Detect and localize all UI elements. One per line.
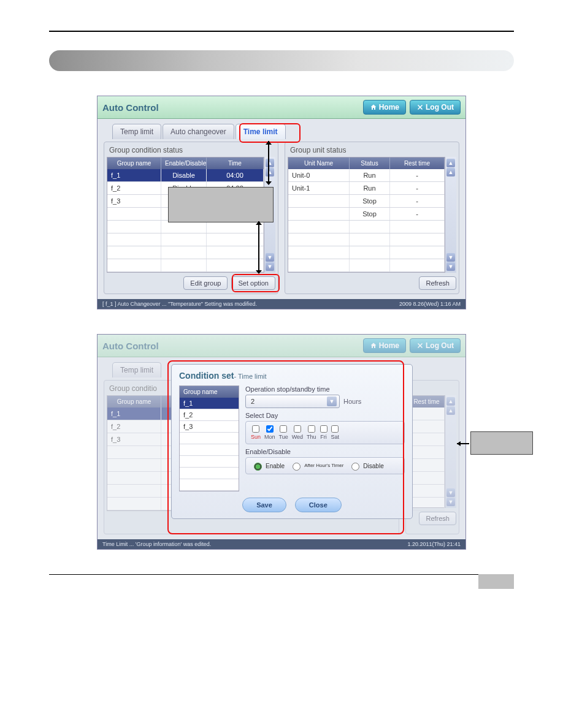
status-bar: Time Limit ... 'Group information' was e… [98, 539, 465, 549]
radio-after-hours[interactable]: After Hour's Timer [289, 461, 343, 471]
table-row[interactable]: f_1Disable04:00 [107, 169, 264, 182]
col-rest-time: Rest time [390, 157, 445, 169]
logout-label: Log Out [426, 103, 454, 112]
app-title: Auto Control [102, 102, 359, 113]
tab-auto-changeover[interactable]: Auto changeover [163, 124, 234, 139]
close-icon [416, 104, 424, 111]
scroll-bottom-icon[interactable]: ▼ [446, 262, 455, 271]
home-label: Home [379, 103, 399, 112]
table-row[interactable] [288, 259, 445, 272]
refresh-button[interactable]: Refresh [419, 512, 456, 525]
day-wed[interactable]: Wed [292, 425, 303, 440]
logout-button[interactable]: Log Out [410, 338, 461, 353]
dialog-group-col: Group name [180, 386, 239, 398]
day-selector: Sun Mon Tue Wed Thu Fri Sat [245, 421, 405, 444]
operation-time-value: 2 [251, 398, 255, 405]
list-item[interactable] [180, 479, 239, 491]
operation-time-unit: Hours [343, 398, 361, 405]
table-row[interactable]: Stop- [288, 208, 445, 221]
table-row[interactable] [288, 246, 445, 259]
scroll-top-icon[interactable]: ▲ [446, 159, 455, 167]
save-button[interactable]: Save [242, 498, 286, 512]
enable-disable-label: Enable/Disable [245, 448, 405, 455]
set-option-button[interactable]: Set option [231, 276, 275, 290]
day-fri[interactable]: Fri [320, 425, 327, 440]
list-item[interactable] [180, 444, 239, 456]
scroll-top-icon[interactable]: ▲ [266, 159, 274, 167]
list-item[interactable] [180, 468, 239, 479]
col-time: Time [207, 157, 264, 169]
close-button[interactable]: Close [295, 498, 342, 512]
group-unit-grid: Unit Name Status Rest time Unit-0Run- Un… [288, 157, 445, 273]
app-header: Auto Control Home Log Out [98, 96, 465, 119]
day-sun[interactable]: Sun [251, 425, 261, 440]
screenshot-1: Auto Control Home Log Out Temp limit Aut… [97, 96, 466, 309]
app-header: Auto Control Home Log Out [98, 335, 465, 357]
scrollbar[interactable]: ▲▲ ▼▼ [445, 395, 456, 508]
table-row[interactable] [107, 221, 264, 233]
scroll-bottom-icon[interactable]: ▼ [266, 262, 274, 271]
col-unit-name: Unit Name [288, 157, 350, 169]
table-row[interactable] [288, 221, 445, 233]
home-icon [370, 342, 377, 349]
chevron-down-icon: ▼ [327, 396, 337, 406]
screenshot-2: Auto Control Home Log Out Temp limit Gro… [97, 334, 466, 550]
day-mon[interactable]: Mon [264, 425, 275, 440]
list-item[interactable]: f_1 [180, 398, 239, 409]
footer-rule [49, 574, 514, 589]
group-unit-panel: Group unit status Unit Name Status Rest … [285, 142, 459, 294]
list-item[interactable]: f_2 [180, 409, 239, 421]
status-message: [ f_1 ] Auto Changeover ... "Temperature… [102, 301, 257, 307]
status-datetime: 1.20.2011(Thu) 21:41 [407, 541, 461, 547]
table-row[interactable]: Unit-1Run- [288, 182, 445, 195]
edit-group-button[interactable]: Edit group [183, 276, 228, 290]
home-button[interactable]: Home [363, 100, 406, 115]
table-row[interactable]: Stop- [288, 195, 445, 208]
page-number-box [478, 574, 514, 589]
logout-button[interactable]: Log Out [410, 100, 461, 115]
day-sat[interactable]: Sat [331, 425, 340, 440]
list-item[interactable] [180, 433, 239, 444]
radio-disable[interactable]: Disable [348, 461, 383, 471]
scrollbar[interactable]: ▲▲ ▼▼ [445, 157, 456, 273]
col-group-name: Group name [107, 157, 161, 169]
dialog-group-list: Group name f_1 f_2 f_3 [179, 385, 239, 491]
operation-time-select[interactable]: 2 ▼ [245, 395, 340, 408]
header-rule [49, 31, 514, 32]
status-bar: [ f_1 ] Auto Changeover ... "Temperature… [98, 299, 465, 309]
scroll-down-icon[interactable]: ▼ [266, 253, 274, 262]
table-row[interactable]: Unit-0Run- [288, 169, 445, 182]
table-row[interactable] [107, 233, 264, 246]
home-label: Home [379, 341, 399, 350]
home-icon [370, 104, 377, 111]
group-unit-panel-partial: Rest time ▲▲ ▼▼ [405, 380, 459, 534]
col-enable-disable: Enable/Disable [161, 157, 207, 169]
status-message: Time Limit ... 'Group information' was e… [102, 541, 211, 547]
table-row[interactable] [107, 259, 264, 272]
group-unit-title: Group unit status [288, 145, 456, 157]
table-row[interactable] [288, 233, 445, 246]
scroll-down-icon[interactable]: ▼ [446, 253, 455, 262]
home-button[interactable]: Home [363, 338, 406, 353]
logout-label: Log Out [426, 341, 454, 350]
callout-box-1 [168, 187, 274, 222]
day-thu[interactable]: Thu [307, 425, 316, 440]
tab-time-limit[interactable]: Time limit [236, 124, 286, 139]
operation-time-label: Operation stop/standby time [245, 385, 405, 393]
document-page: Auto Control Home Log Out Temp limit Aut… [0, 0, 563, 626]
list-item[interactable]: f_3 [180, 421, 239, 433]
refresh-button[interactable]: Refresh [419, 276, 456, 290]
group-condition-title: Group condition status [107, 145, 275, 157]
scroll-up-icon[interactable]: ▲ [446, 168, 455, 176]
scroll-up-icon[interactable]: ▲ [266, 168, 274, 176]
select-day-label: Select Day [245, 412, 405, 419]
tab-temp-limit[interactable]: Temp limit [112, 362, 161, 377]
day-tue[interactable]: Tue [279, 425, 288, 440]
list-item[interactable] [180, 456, 239, 468]
status-datetime: 2009 8.26(Wed) 1:16 AM [399, 301, 461, 307]
tab-temp-limit[interactable]: Temp limit [112, 124, 161, 139]
tab-strip: Temp limit Auto changeover Time limit [112, 124, 459, 139]
condition-set-dialog: Condition set- Time limit Group name f_1… [171, 364, 413, 519]
radio-enable[interactable]: Enable [251, 461, 285, 471]
table-row[interactable] [107, 246, 264, 259]
